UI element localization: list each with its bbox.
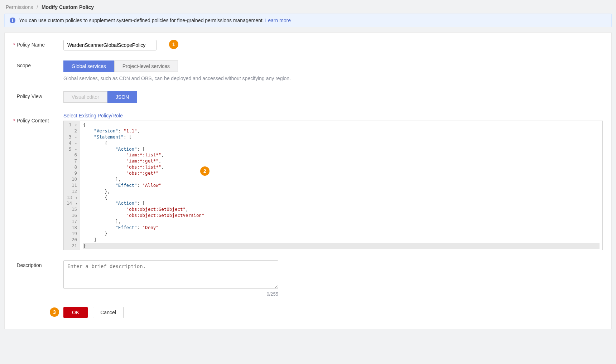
info-banner-text: You can use custom policies to supplemen… [19,18,291,23]
scope-hint: Global services, such as CDN and OBS, ca… [63,76,603,81]
description-input[interactable] [63,260,278,289]
breadcrumb: Permissions / Modify Custom Policy [4,4,612,14]
label-policy-content: *Policy Content [13,113,56,123]
breadcrumb-separator: / [37,4,38,10]
char-count: 0/255 [63,291,278,297]
breadcrumb-current: Modify Custom Policy [42,4,94,10]
json-editor[interactable]: 1 ▾23 ▾4 ▾5 ▾678910111213 ▾14 ▾151617181… [63,121,603,250]
info-icon: i [10,18,15,23]
row-view: *Policy View Visual editor JSON [13,91,603,103]
footer-actions: 3 OK Cancel [63,307,603,318]
annotation-1: 1 [169,40,178,49]
form-panel: *Policy Name 1 *Scope Global services Pr… [4,32,612,329]
policy-name-input[interactable] [63,40,157,50]
view-visual-button[interactable]: Visual editor [63,91,107,103]
scope-global-button[interactable]: Global services [63,60,114,72]
row-description: *Description 0/255 [13,260,603,297]
label-policy-view: *Policy View [13,91,56,99]
editor-code[interactable]: { "Version": "1.1", "Statement": [ { "Ac… [80,121,602,250]
annotation-2: 2 [200,166,210,176]
row-scope: *Scope Global services Project-level ser… [13,60,603,81]
label-scope: *Scope [13,60,56,68]
info-banner: i You can use custom policies to supplem… [4,14,612,27]
annotation-3: 3 [50,307,59,317]
info-text: You can use custom policies to supplemen… [19,18,264,23]
view-json-button[interactable]: JSON [107,91,137,103]
learn-more-link[interactable]: Learn more [265,18,291,23]
cancel-button[interactable]: Cancel [93,307,124,318]
editor-gutter: 1 ▾23 ▾4 ▾5 ▾678910111213 ▾14 ▾151617181… [64,121,80,250]
row-content: *Policy Content Select Existing Policy/R… [13,113,603,250]
row-policy-name: *Policy Name 1 [13,40,603,50]
ok-button[interactable]: OK [63,307,88,318]
breadcrumb-parent[interactable]: Permissions [6,4,33,10]
label-policy-name: *Policy Name [13,40,56,48]
select-existing-link[interactable]: Select Existing Policy/Role [63,113,123,118]
label-description: *Description [13,260,56,268]
scope-project-button[interactable]: Project-level services [114,60,178,72]
required-asterisk: * [13,42,15,48]
required-asterisk: * [13,118,15,123]
